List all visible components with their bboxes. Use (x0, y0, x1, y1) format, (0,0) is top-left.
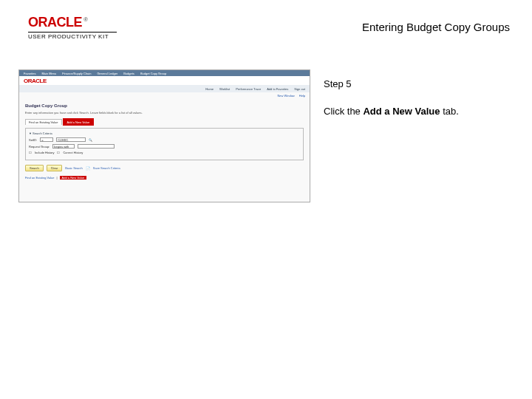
ss-link: Worklist (219, 87, 230, 91)
ss-new-window-link: New Window (277, 94, 294, 98)
instruction-text: Click the Add a New Value tab. (324, 103, 459, 120)
ss-panel-title: ▼ Search Criteria (29, 132, 300, 135)
ss-setid-label: SetID: (29, 138, 37, 142)
ss-footer-links: Find an Existing Value | Add a New Value (25, 176, 304, 180)
ss-group-label: Request Group: (29, 145, 50, 149)
oracle-logo-tm: ® (83, 16, 87, 23)
embedded-screenshot: Favorites Main Menu Finance/Supply Chain… (18, 69, 310, 202)
ss-tabs: Find an Existing Value Add a New Value (25, 119, 304, 125)
ss-link: Performance Trace (236, 87, 261, 91)
ss-search-panel: ▼ Search Criteria SetID: = CUHSC 🔍 Reque… (25, 128, 304, 160)
ss-nav-item: General Ledger (97, 72, 117, 75)
ss-nav-item: Favorites (24, 72, 35, 75)
step-label: Step 5 (324, 75, 459, 92)
ss-corner-links: New Window Help (19, 92, 310, 99)
ss-setid-value[interactable]: CUHSC (56, 137, 86, 142)
ss-secondary-nav: Home Worklist Performance Trace Add to F… (19, 85, 310, 92)
logo-divider (28, 32, 117, 33)
ss-checkbox-row: ☐ Include History ☐ Correct History (29, 151, 300, 154)
ss-tab-add[interactable]: Add a New Value (64, 119, 94, 125)
logo-block: ORACLE® USER PRODUCTIVITY KIT (28, 15, 117, 40)
oracle-logo: ORACLE® (28, 15, 117, 30)
ss-correct-history: Correct History (63, 151, 83, 154)
ss-field-row: SetID: = CUHSC 🔍 (29, 137, 300, 142)
instruction-bold: Add a New Value (363, 106, 440, 117)
ss-tab-find[interactable]: Find an Existing Value (25, 119, 62, 125)
ss-search-button[interactable]: Search (25, 165, 44, 171)
content-area: Favorites Main Menu Finance/Supply Chain… (0, 69, 532, 202)
ss-subtext: Enter any information you have and click… (25, 111, 304, 115)
ss-link: Add to Favorites (267, 87, 288, 91)
ss-link: Sign out (294, 87, 305, 91)
divider: | (57, 176, 58, 180)
ss-foot-add[interactable]: Add a New Value (60, 176, 87, 180)
page-title: Entering Budget Copy Groups (362, 21, 510, 33)
lookup-icon[interactable]: 🔍 (89, 138, 92, 142)
ss-setid-op[interactable]: = (40, 137, 53, 142)
ss-nav-item: Budget Copy Group (140, 72, 166, 75)
ss-basic-search-link[interactable]: Basic Search (65, 166, 83, 170)
oracle-logo-text: ORACLE (28, 15, 82, 30)
ss-foot-find[interactable]: Find an Existing Value (25, 176, 55, 180)
ss-body: Budget Copy Group Enter any information … (19, 99, 310, 184)
ss-nav-item: Budgets (123, 72, 134, 75)
ss-button-row: Search Clear Basic Search 📄 Save Search … (25, 165, 304, 171)
ss-nav-item: Finance/Supply Chain (62, 72, 91, 75)
header: ORACLE® USER PRODUCTIVITY KIT Entering B… (0, 0, 532, 47)
ss-heading: Budget Copy Group (25, 103, 304, 108)
upk-label: USER PRODUCTIVITY KIT (28, 33, 117, 40)
save-icon: 📄 (86, 166, 90, 171)
instruction-prefix: Click the (324, 106, 363, 117)
instructions-panel: Step 5 Click the Add a New Value tab. (310, 69, 459, 202)
ss-save-search-link[interactable]: Save Search Criteria (93, 166, 120, 170)
checkbox-icon[interactable]: ☐ (57, 151, 60, 154)
ss-top-nav: Favorites Main Menu Finance/Supply Chain… (19, 70, 310, 76)
ss-include-history: Include History (35, 151, 54, 154)
ss-nav-item: Main Menu (41, 72, 56, 75)
instruction-suffix: tab. (440, 106, 459, 117)
ss-group-op[interactable]: begins with (52, 144, 75, 149)
ss-link: Home (205, 87, 214, 91)
ss-field-row: Request Group: begins with (29, 144, 300, 149)
ss-group-value[interactable] (78, 144, 115, 149)
ss-oracle-logo: ORACLE (19, 76, 310, 85)
ss-help-link: Help (299, 94, 305, 98)
ss-clear-button[interactable]: Clear (47, 165, 63, 171)
checkbox-icon[interactable]: ☐ (29, 151, 32, 154)
